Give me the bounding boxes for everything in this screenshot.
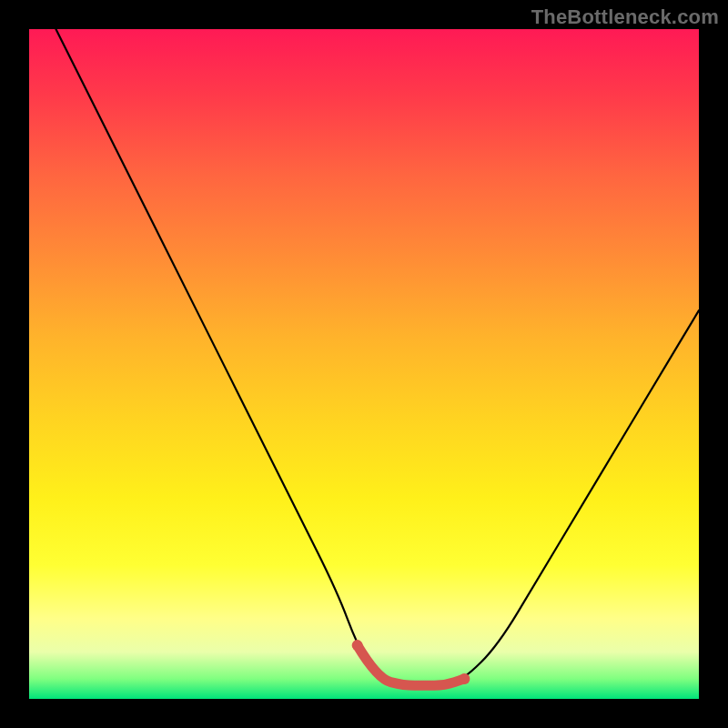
- highlight-segment: [358, 645, 465, 685]
- plot-area: [29, 29, 699, 699]
- chart-container: TheBottleneck.com: [0, 0, 728, 728]
- bottleneck-curve-path: [56, 29, 699, 685]
- watermark-text: TheBottleneck.com: [531, 5, 719, 29]
- highlight-dot-right: [459, 673, 470, 684]
- highlight-dot-left: [352, 640, 363, 651]
- curve-svg: [29, 29, 699, 699]
